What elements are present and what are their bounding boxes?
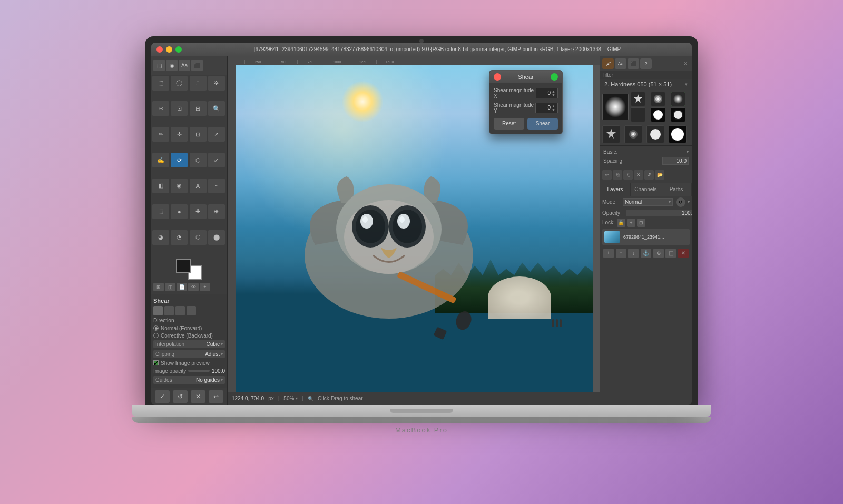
transform-extra-icon[interactable]	[187, 306, 196, 315]
tool-clone[interactable]: ●	[171, 204, 188, 219]
layer-move-up-button[interactable]: ↑	[616, 249, 626, 258]
fg-bg-colors[interactable]	[176, 259, 202, 280]
panel-tab-pattern[interactable]: ⬛	[628, 58, 639, 69]
tool-perspective-clone[interactable]: ⊕	[208, 204, 225, 219]
dialog-maximize-button[interactable]	[551, 73, 558, 81]
layer-item[interactable]: 67929641_23941...	[602, 229, 690, 245]
tool-move[interactable]: ✛	[171, 127, 188, 142]
tool-align[interactable]: ⊡	[190, 127, 207, 142]
tab-grid[interactable]: ⊞	[153, 283, 164, 291]
lock-position-icon[interactable]: +	[627, 219, 635, 227]
tool-heal[interactable]: ✚	[190, 204, 207, 219]
tool-cage[interactable]: ◧	[152, 179, 169, 193]
tool-fill[interactable]: ⬚	[152, 204, 169, 219]
direction-normal-radio[interactable]	[153, 325, 159, 331]
layer-new-button[interactable]: +	[603, 249, 614, 258]
tool-scissors[interactable]: ✂	[152, 101, 169, 116]
tool-measure[interactable]: ⬡	[190, 230, 207, 245]
tool-colorpick[interactable]: ⬤	[208, 230, 225, 245]
basic-dropdown-icon[interactable]: ▾	[687, 150, 689, 154]
panel-close-button[interactable]: ×	[681, 60, 690, 68]
shear-x-down[interactable]: ▼	[552, 93, 555, 97]
layer-merge-button[interactable]: ⊕	[653, 249, 664, 258]
tool-flip[interactable]: ↙	[208, 153, 225, 167]
tool-foreground[interactable]: ⊞	[190, 101, 207, 116]
tool-blur[interactable]: ◕	[152, 230, 169, 245]
panel-tab-brushes[interactable]: 🖌	[602, 58, 614, 69]
close-button[interactable]	[156, 46, 163, 53]
tool-text[interactable]: A	[190, 179, 207, 193]
brush-item-star[interactable]	[631, 92, 645, 106]
transform-layer-icon[interactable]	[153, 306, 163, 315]
mode-reset-button[interactable]: ↺	[676, 197, 685, 207]
brush-large-soft[interactable]	[669, 125, 687, 143]
tab-channels[interactable]: Channels	[631, 183, 661, 196]
image-opacity-slider[interactable]	[188, 370, 210, 372]
clipping-row[interactable]: Clipping Adjust ▾	[153, 350, 225, 358]
reset-shear-button[interactable]: Reset	[494, 118, 524, 130]
tool-icon-brush[interactable]: ⬛	[191, 60, 203, 71]
brush-splat[interactable]	[624, 125, 642, 143]
layer-anchor-button[interactable]: ⚓	[641, 249, 651, 258]
tool-icon-text[interactable]: Aa	[179, 60, 190, 71]
commit-button[interactable]: ✓	[155, 390, 170, 403]
panel-tab-text[interactable]: Aa	[615, 58, 626, 69]
brush-copy-icon[interactable]: ⎘	[613, 170, 622, 180]
foreground-color[interactable]	[176, 259, 191, 273]
panel-tab-help[interactable]: ?	[640, 58, 652, 69]
tool-zoom[interactable]: 🔍	[208, 101, 225, 116]
dialog-close-button[interactable]	[494, 73, 501, 81]
brush-item-small[interactable]	[631, 107, 645, 122]
show-preview-checkbox[interactable]: ✓	[153, 360, 159, 365]
cancel-button[interactable]: ✕	[191, 390, 205, 403]
canvas-main[interactable]: Shear Shear magnitude X 0	[236, 65, 593, 392]
transform-selection-icon[interactable]	[164, 306, 174, 315]
tab-paths[interactable]: Paths	[661, 183, 692, 196]
tab-plus[interactable]: +	[200, 283, 210, 291]
tool-perspective[interactable]: ⬡	[190, 153, 207, 167]
tool-icon-eye[interactable]: ◉	[166, 60, 178, 71]
tool-pencil[interactable]: ✏	[152, 127, 169, 142]
maximize-button[interactable]	[175, 46, 182, 53]
layer-move-down-button[interactable]: ↓	[628, 249, 639, 258]
apply-shear-button[interactable]: Shear	[527, 118, 558, 130]
brush-open-icon[interactable]: 📂	[655, 170, 664, 180]
tool-ellipse-select[interactable]: ◯	[171, 76, 188, 91]
brush-item-blur[interactable]	[651, 92, 665, 106]
zoom-dropdown-icon[interactable]: ▾	[296, 396, 298, 401]
brush-star-2[interactable]	[602, 125, 620, 143]
brushes-expand-icon[interactable]: ▾	[685, 82, 688, 87]
tool-crop[interactable]: ⊡	[171, 101, 188, 116]
tool-icon-select[interactable]: ⬚	[153, 60, 165, 71]
tool-unified[interactable]: ◉	[171, 179, 188, 193]
transform-path-icon[interactable]	[175, 306, 185, 315]
direction-corrective-radio[interactable]	[153, 333, 159, 338]
lock-pixels-icon[interactable]: 🔒	[617, 219, 625, 227]
brush-delete-icon[interactable]: ✕	[634, 170, 643, 180]
shear-y-down[interactable]: ▼	[552, 108, 555, 112]
guides-row[interactable]: Guides No guides ▾	[153, 376, 225, 384]
tool-warp[interactable]: ↗	[208, 127, 225, 142]
shear-x-up[interactable]: ▲	[552, 90, 555, 93]
vertical-scrollbar[interactable]	[593, 65, 600, 392]
shear-x-input[interactable]: 0 ▲ ▼	[536, 88, 558, 98]
tab-eye[interactable]: 👁	[188, 283, 199, 291]
brush-edit-icon[interactable]: ✏	[602, 170, 612, 180]
tool-path[interactable]: ~	[208, 179, 225, 193]
opacity-input[interactable]	[626, 210, 692, 216]
layer-delete-button[interactable]: ✕	[678, 249, 689, 258]
undo-button[interactable]: ↩	[209, 390, 223, 403]
tool-fuzzy-select[interactable]: ✲	[208, 76, 225, 91]
layer-mask-button[interactable]: ◫	[665, 249, 676, 258]
tool-dodge[interactable]: ◔	[171, 230, 188, 245]
mode-select[interactable]: Normal ▾	[623, 198, 673, 206]
interpolation-row[interactable]: Interpolation Cubic ▾	[153, 340, 225, 348]
brush-item-large-dark[interactable]	[651, 107, 665, 122]
minimize-button[interactable]	[166, 46, 172, 53]
selected-brush-preview[interactable]	[602, 94, 629, 120]
brush-paste-icon[interactable]: ⎗	[623, 170, 633, 180]
shear-y-up[interactable]: ▲	[552, 104, 555, 108]
tool-shear[interactable]: ⟳	[171, 153, 188, 167]
lock-alpha-icon[interactable]: ⊡	[637, 219, 645, 227]
brush-item-xlarge[interactable]	[671, 107, 685, 122]
